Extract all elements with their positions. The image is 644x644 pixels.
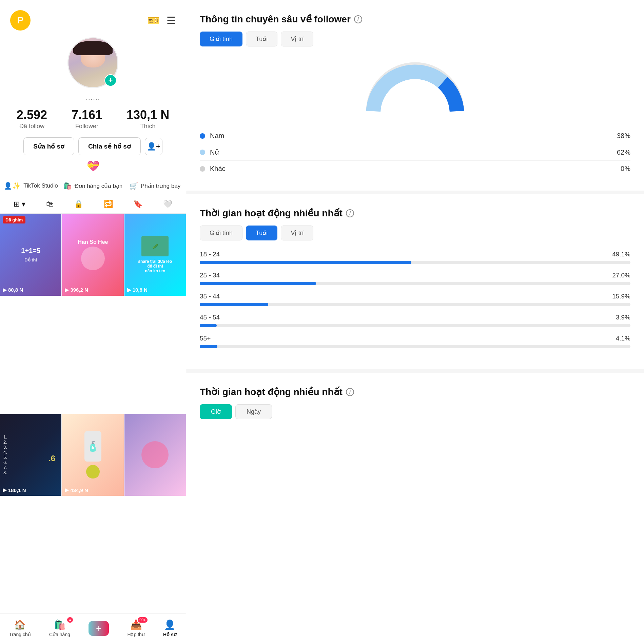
tab-age[interactable]: Tuổi: [246, 32, 277, 46]
bar-fill: [200, 282, 316, 285]
nav-profile[interactable]: 👤 Hồ sơ: [163, 619, 177, 637]
khac-value: 0%: [621, 165, 630, 173]
repost-tab[interactable]: 🔁: [104, 200, 113, 209]
bar-range: 25 - 34: [200, 272, 220, 279]
add-avatar-button[interactable]: +: [104, 74, 117, 86]
nam-label: Nam: [210, 132, 224, 140]
home-icon: 🏠: [14, 619, 26, 630]
shop-tab[interactable]: 🛍: [46, 200, 54, 209]
bar-pct: 49.1%: [612, 251, 630, 258]
bar-pct: 3.9%: [616, 314, 630, 321]
pinned-badge: Đã ghim: [3, 216, 25, 223]
tab-day[interactable]: Ngày: [235, 404, 272, 419]
stats-row: 2.592 Đã follow 7.161 Follower 130,1 N T…: [0, 108, 186, 130]
emoji-decoration: 💝: [87, 160, 99, 172]
likes-label: Thích: [140, 123, 156, 130]
stat-followers[interactable]: 7.161 Follower: [59, 108, 114, 130]
top-icons: 🎫 ☰: [147, 15, 176, 26]
bar-pct: 4.1%: [616, 335, 630, 342]
nu-dot: [200, 150, 205, 155]
bar-range: 45 - 54: [200, 314, 220, 321]
stat-following[interactable]: 2.592 Đã follow: [4, 108, 59, 130]
nav-home[interactable]: 🏠 Trang chủ: [9, 619, 31, 637]
heart-tab[interactable]: 🤍: [163, 200, 172, 209]
bottom-info-icon[interactable]: i: [346, 388, 354, 396]
bar-range: 35 - 44: [200, 293, 220, 300]
video-thumb-content: 1.2.3.4.5. 6.7.8. .6: [0, 414, 61, 496]
bar-fill: [200, 324, 217, 327]
edit-profile-button[interactable]: Sửa hồ sơ: [23, 137, 74, 155]
nam-value: 38%: [617, 132, 630, 140]
share-profile-button[interactable]: Chia sẻ hồ sơ: [78, 137, 141, 155]
active-time-tabs: Giới tính Tuổi Vị trí: [200, 226, 630, 240]
tab-location[interactable]: Vị trí: [281, 32, 313, 46]
bar-25-34: 25 - 34 27.0%: [200, 272, 630, 285]
legend-khac: Khác 0%: [200, 161, 630, 177]
video-item[interactable]: 🧴 ▶434,9 N: [62, 414, 123, 496]
tab-age-2[interactable]: Tuổi: [246, 226, 277, 240]
view-count: ▶80,8 N: [3, 287, 23, 293]
followers-label: Follower: [75, 123, 98, 130]
active-time-title: Thời gian hoạt động nhiều nhất i: [200, 208, 630, 219]
nav-inbox[interactable]: 📥 99+ Hộp thư: [127, 619, 144, 637]
content-tabs: ⊞ ▾ 🛍 🔒 🔁 🔖 🤍: [0, 195, 186, 214]
view-count: ▶180,1 N: [3, 487, 26, 493]
lock-tab[interactable]: 🔒: [74, 200, 83, 209]
bar-track: [200, 303, 630, 306]
left-panel: P 🎫 ☰ + ...... 2.592 Đã follow 7.161 Fol…: [0, 0, 186, 644]
bar-55plus: 55+ 4.1%: [200, 335, 630, 348]
bottom-nav: 🏠 Trang chủ 🛍️ ● Cửa hàng + 📥 99+ Hộp th…: [0, 613, 186, 644]
bar-track: [200, 324, 630, 327]
video-item[interactable]: 🥒 share trái dưa leođể đi thinão ko teo …: [124, 214, 186, 296]
section-divider: [186, 191, 644, 194]
menu-icon[interactable]: ☰: [167, 15, 176, 26]
tab-hour[interactable]: Giờ: [200, 404, 232, 419]
studio-label: TikTok Studio: [23, 182, 58, 189]
grid-view-tab[interactable]: ⊞ ▾: [14, 200, 25, 209]
profile-nav-icon: 👤: [164, 619, 176, 630]
video-item[interactable]: 1.2.3.4.5. 6.7.8. .6 ▶180,1 N: [0, 414, 61, 496]
video-thumb-content: Han So Hee: [62, 214, 123, 296]
showcase-link[interactable]: 🛒 Phần trưng bày: [124, 182, 186, 190]
bar-range: 55+: [200, 335, 211, 342]
tiktok-studio-link[interactable]: 👤✨ TikTok Studio: [0, 182, 62, 190]
legend-nam: Nam 38%: [200, 128, 630, 144]
bar-35-44: 35 - 44 15.9%: [200, 293, 630, 306]
view-count: ▶434,9 N: [65, 487, 88, 493]
info-icon[interactable]: i: [354, 15, 362, 23]
nav-add-button[interactable]: +: [89, 621, 109, 636]
nu-value: 62%: [617, 149, 630, 156]
shop-label: Cửa hàng: [49, 632, 70, 637]
home-label: Trang chủ: [9, 632, 31, 637]
video-item[interactable]: [124, 414, 186, 496]
bottom-active-section: Thời gian hoạt động nhiều nhất i Giờ Ngà…: [200, 386, 630, 433]
avatar-section: +: [67, 37, 118, 88]
bar-45-54: 45 - 54 3.9%: [200, 314, 630, 327]
top-bar: P 🎫 ☰: [0, 0, 186, 34]
bookmark-tab[interactable]: 🔖: [133, 200, 142, 209]
following-label: Đã follow: [19, 123, 44, 130]
tab-location-2[interactable]: Vị trí: [281, 226, 313, 240]
orders-link[interactable]: 🛍️ Đơn hàng của bạn: [62, 182, 124, 190]
inbox-badge: 99+: [138, 617, 148, 623]
add-friend-button[interactable]: 👤+: [145, 138, 162, 155]
active-info-icon[interactable]: i: [346, 209, 354, 217]
active-time-section: Thời gian hoạt động nhiều nhất i Giới tí…: [200, 208, 630, 356]
bar-range: 18 - 24: [200, 251, 220, 258]
bar-pct: 27.0%: [612, 272, 630, 279]
bar-track: [200, 345, 630, 348]
follower-section-title: Thông tin chuyên sâu về follower i: [200, 14, 630, 25]
bookmark-icon[interactable]: 🎫: [147, 15, 160, 26]
shop-badge: ●: [67, 617, 73, 623]
followers-value: 7.161: [72, 108, 102, 122]
bar-fill: [200, 261, 411, 264]
video-thumb-content: [124, 414, 186, 496]
tab-gender[interactable]: Giới tính: [200, 32, 242, 46]
video-item[interactable]: Han So Hee ▶396,2 N: [62, 214, 123, 296]
tab-gender-2[interactable]: Giới tính: [200, 226, 242, 240]
video-item[interactable]: Đã ghim 1+1=5 Đề thi ▶80,8 N: [0, 214, 61, 296]
nav-shop[interactable]: 🛍️ ● Cửa hàng: [49, 619, 70, 637]
stat-likes[interactable]: 130,1 N Thích: [114, 108, 181, 130]
video-grid: Đã ghim 1+1=5 Đề thi ▶80,8 N Han So Hee …: [0, 214, 186, 613]
action-buttons: Sửa hồ sơ Chia sẻ hồ sơ 👤+: [23, 137, 162, 155]
